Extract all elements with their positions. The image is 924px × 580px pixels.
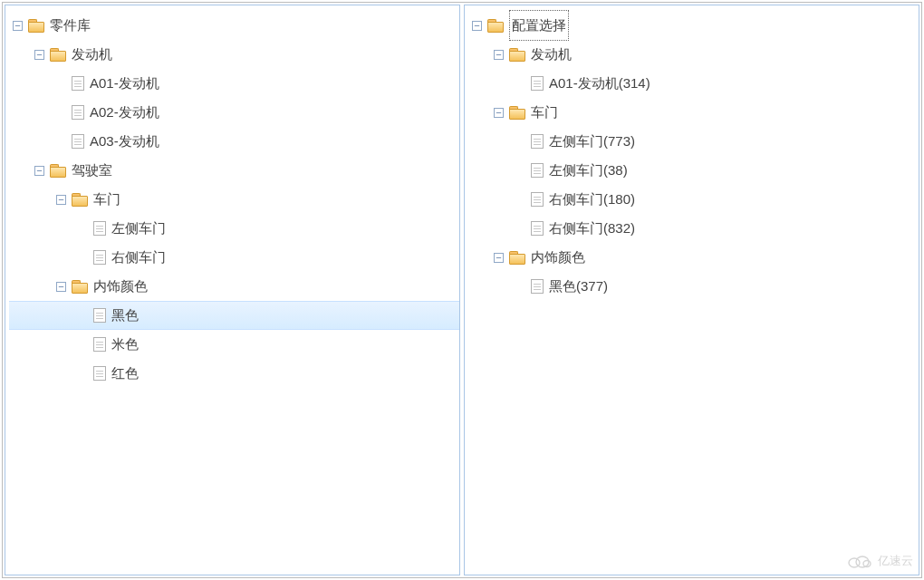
tree-right: −配置选择−发动机A01-发动机(314)−车门左侧车门(773)左侧车门(38… — [465, 5, 919, 306]
tree-row[interactable]: 米色 — [9, 330, 459, 359]
folder-icon — [509, 48, 525, 61]
tree-row[interactable]: −内饰颜色 — [9, 272, 459, 301]
tree-row[interactable]: 右侧车门(180) — [468, 185, 919, 214]
page-icon — [531, 279, 544, 294]
collapse-icon[interactable]: − — [494, 108, 504, 118]
collapse-icon[interactable]: − — [472, 21, 482, 31]
page-icon — [531, 134, 544, 149]
tree-row[interactable]: −驾驶室 — [9, 156, 459, 185]
tree-row[interactable]: −发动机 — [468, 40, 919, 69]
tree-node-label[interactable]: A01-发动机(314) — [549, 69, 650, 98]
tree-pane-left: −零件库−发动机A01-发动机A02-发动机A03-发动机−驾驶室−车门左侧车门… — [5, 5, 460, 575]
collapse-icon[interactable]: − — [494, 253, 504, 263]
tree-row[interactable]: 左侧车门(38) — [468, 156, 919, 185]
tree-node-label[interactable]: 发动机 — [531, 40, 572, 69]
folder-icon — [28, 19, 44, 32]
folder-icon — [50, 48, 66, 61]
page-icon — [72, 76, 84, 91]
tree-row[interactable]: A03-发动机 — [9, 127, 459, 156]
collapse-icon[interactable]: − — [56, 195, 66, 205]
tree-row[interactable]: A01-发动机 — [9, 69, 459, 98]
toggle-spacer — [515, 166, 525, 176]
page-icon — [93, 366, 106, 381]
tree-row[interactable]: −车门 — [468, 98, 919, 127]
collapse-icon[interactable]: − — [34, 166, 44, 176]
tree-pane-right: −配置选择−发动机A01-发动机(314)−车门左侧车门(773)左侧车门(38… — [464, 5, 919, 575]
tree-node-label[interactable]: 内饰颜色 — [93, 272, 148, 301]
folder-icon — [50, 164, 66, 177]
folder-icon — [509, 106, 525, 119]
tree-node-label[interactable]: A02-发动机 — [90, 98, 159, 127]
toggle-spacer — [78, 253, 88, 263]
toggle-spacer — [78, 311, 88, 321]
collapse-icon[interactable]: − — [13, 21, 23, 31]
tree-row[interactable]: 黑色 — [9, 301, 459, 330]
tree-row[interactable]: A01-发动机(314) — [468, 69, 919, 98]
collapse-icon[interactable]: − — [494, 50, 504, 60]
tree-node-label[interactable]: 车门 — [531, 98, 558, 127]
tree-node-label[interactable]: 内饰颜色 — [531, 243, 585, 272]
tree-row[interactable]: 左侧车门(773) — [468, 127, 919, 156]
page-icon — [93, 308, 106, 323]
page-icon — [93, 337, 106, 352]
collapse-icon[interactable]: − — [56, 282, 66, 292]
folder-icon — [509, 251, 525, 264]
page-icon — [531, 163, 544, 178]
tree-node-label[interactable]: 驾驶室 — [72, 156, 112, 185]
folder-icon — [487, 19, 504, 32]
toggle-spacer — [515, 137, 525, 147]
folder-icon — [72, 193, 88, 206]
tree-node-label[interactable]: 右侧车门(832) — [549, 214, 635, 243]
toggle-spacer — [56, 79, 66, 89]
toggle-spacer — [515, 282, 525, 292]
toggle-spacer — [78, 369, 88, 379]
page-icon — [93, 221, 106, 236]
toggle-spacer — [56, 137, 66, 147]
tree-row[interactable]: 左侧车门 — [9, 214, 459, 243]
tree-node-label[interactable]: 配置选择 — [509, 10, 569, 41]
page-icon — [72, 105, 84, 120]
tree-row[interactable]: −车门 — [9, 185, 459, 214]
page-icon — [72, 134, 84, 149]
tree-row[interactable]: 红色 — [9, 359, 459, 388]
tree-row[interactable]: A02-发动机 — [9, 98, 459, 127]
page-icon — [93, 250, 106, 265]
tree-node-label[interactable]: 发动机 — [72, 40, 112, 69]
tree-node-label[interactable]: 右侧车门(180) — [549, 185, 635, 214]
page-icon — [531, 192, 544, 207]
tree-node-label[interactable]: 左侧车门(773) — [549, 127, 635, 156]
toggle-spacer — [515, 79, 525, 89]
tree-row[interactable]: −零件库 — [9, 11, 459, 40]
tree-node-label[interactable]: A01-发动机 — [90, 69, 159, 98]
split-container: −零件库−发动机A01-发动机A02-发动机A03-发动机−驾驶室−车门左侧车门… — [2, 2, 922, 578]
tree-row[interactable]: 右侧车门(832) — [468, 214, 919, 243]
tree-node-label[interactable]: 米色 — [111, 330, 139, 359]
tree-row[interactable]: 右侧车门 — [9, 243, 459, 272]
tree-node-label[interactable]: 黑色 — [111, 301, 139, 330]
tree-node-label[interactable]: 右侧车门 — [111, 243, 166, 272]
tree-left: −零件库−发动机A01-发动机A02-发动机A03-发动机−驾驶室−车门左侧车门… — [5, 5, 459, 393]
toggle-spacer — [78, 224, 88, 234]
tree-row[interactable]: −配置选择 — [468, 11, 919, 40]
tree-row[interactable]: 黑色(377) — [468, 272, 919, 301]
tree-node-label[interactable]: 黑色(377) — [549, 272, 608, 301]
page-icon — [531, 76, 544, 91]
toggle-spacer — [78, 340, 88, 350]
toggle-spacer — [56, 108, 66, 118]
tree-node-label[interactable]: 零件库 — [50, 11, 91, 40]
tree-node-label[interactable]: A03-发动机 — [90, 127, 159, 156]
folder-icon — [72, 280, 88, 293]
tree-node-label[interactable]: 车门 — [93, 185, 120, 214]
page-icon — [531, 221, 544, 236]
tree-row[interactable]: −内饰颜色 — [468, 243, 919, 272]
tree-row[interactable]: −发动机 — [9, 40, 459, 69]
tree-node-label[interactable]: 红色 — [111, 359, 139, 388]
toggle-spacer — [515, 224, 525, 234]
tree-node-label[interactable]: 左侧车门 — [111, 214, 166, 243]
tree-node-label[interactable]: 左侧车门(38) — [549, 156, 628, 185]
collapse-icon[interactable]: − — [34, 50, 44, 60]
toggle-spacer — [515, 195, 525, 205]
